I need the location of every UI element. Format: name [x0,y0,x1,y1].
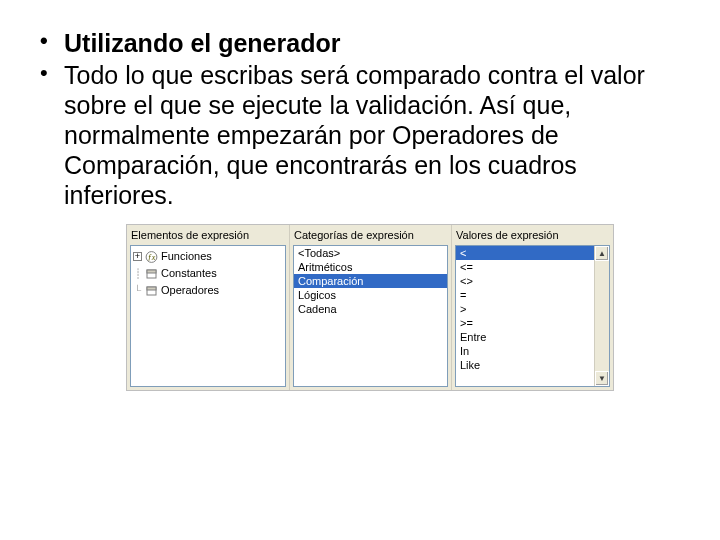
col-categories: Categorías de expresión <Todas> Aritméti… [289,225,451,390]
fx-icon: ƒx [145,251,158,263]
box-icon [145,285,158,297]
categories-listbox[interactable]: <Todas> Aritméticos Comparación Lógicos … [293,245,448,387]
tree-item-constantes[interactable]: ┊ Constantes [133,265,283,282]
elements-tree[interactable]: + ƒx Funciones ┊ Constantes └ [130,245,286,387]
panels: Elementos de expresión + ƒx Funciones ┊ … [126,224,614,391]
list-item[interactable]: <Todas> [294,246,447,260]
list-item[interactable]: = [456,288,609,302]
tree-branch-icon: └ [133,282,142,299]
slide-bullets: Utilizando el generador Todo lo que escr… [36,28,684,210]
list-item[interactable]: > [456,302,609,316]
expression-builder-screenshot: aula .com Elementos de expresión + ƒx Fu… [126,224,614,391]
list-item[interactable]: < [456,246,609,260]
tree-branch-icon: ┊ [133,265,142,282]
expander-icon[interactable]: + [133,252,142,261]
col-values-header: Valores de expresión [452,225,613,245]
list-item[interactable]: Comparación [294,274,447,288]
tree-item-operadores[interactable]: └ Operadores [133,282,283,299]
tree-item-label: Constantes [161,265,217,282]
list-item[interactable]: Entre [456,330,609,344]
list-item[interactable]: In [456,344,609,358]
tree-item-label: Funciones [161,248,212,265]
list-item[interactable]: >= [456,316,609,330]
scroll-up-icon[interactable]: ▲ [595,246,609,261]
tree-item-label: Operadores [161,282,219,299]
values-listbox[interactable]: < <= <> = > >= Entre In Like ▲ ▼ [455,245,610,387]
list-item[interactable]: Aritméticos [294,260,447,274]
bullet-1: Todo lo que escribas será comparado cont… [36,60,684,210]
list-item[interactable]: Lógicos [294,288,447,302]
bullet-0: Utilizando el generador [36,28,684,58]
svg-text:ƒx: ƒx [148,253,156,262]
list-item[interactable]: Cadena [294,302,447,316]
scrollbar[interactable]: ▲ ▼ [594,246,609,386]
list-item[interactable]: <> [456,274,609,288]
tree-item-funciones[interactable]: + ƒx Funciones [133,248,283,265]
col-elements-header: Elementos de expresión [127,225,289,245]
svg-rect-5 [147,287,156,290]
col-values: Valores de expresión < <= <> = > >= Entr… [451,225,613,390]
svg-rect-3 [147,270,156,273]
col-elements: Elementos de expresión + ƒx Funciones ┊ … [127,225,289,390]
list-item[interactable]: <= [456,260,609,274]
box-icon [145,268,158,280]
col-categories-header: Categorías de expresión [290,225,451,245]
list-item[interactable]: Like [456,358,609,372]
scroll-down-icon[interactable]: ▼ [595,371,609,386]
